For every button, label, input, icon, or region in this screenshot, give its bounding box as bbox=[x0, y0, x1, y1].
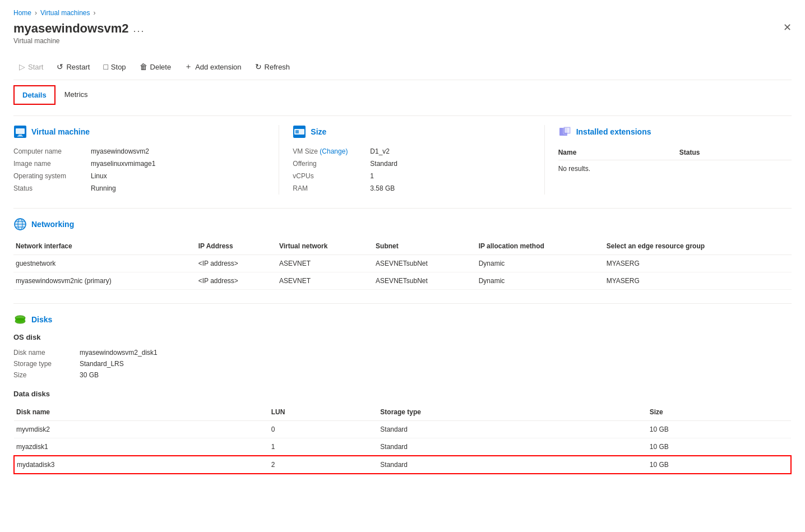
top-sections: Virtual machine Computer name myasewindo… bbox=[13, 125, 792, 195]
vm-section-title: Virtual machine bbox=[31, 127, 90, 136]
net-col-vnet: Virtual network bbox=[277, 238, 373, 255]
disk-storage-row: Storage type Standard_LRS bbox=[13, 358, 792, 369]
ext-section-icon bbox=[558, 125, 572, 138]
toolbar: ▷ Start ↺ Restart □ Stop 🗑 Delete ＋ Add … bbox=[13, 54, 792, 80]
net-col-allocation: IP allocation method bbox=[476, 238, 604, 255]
svg-rect-9 bbox=[565, 128, 570, 133]
size-section-icon bbox=[293, 125, 306, 138]
vm-section-icon bbox=[13, 125, 27, 138]
info-row-computer-name: Computer name myasewindowsvm2 bbox=[13, 145, 261, 158]
vm-title: myasewindowsvm2 bbox=[13, 21, 128, 36]
info-row-vcpus: vCPUs 1 bbox=[293, 170, 526, 182]
add-extension-button[interactable]: ＋ Add extension bbox=[179, 58, 247, 75]
data-col-name: Disk name bbox=[14, 404, 269, 421]
delete-icon: 🗑 bbox=[140, 62, 147, 71]
os-disk-header: OS disk bbox=[13, 333, 792, 341]
disk-name-row: Disk name myasewindowsvm2_disk1 bbox=[13, 347, 792, 358]
data-col-storage: Storage type bbox=[378, 404, 647, 421]
size-section: Size VM Size (Change) D1_v2 Offering Sta… bbox=[279, 125, 526, 195]
tab-details[interactable]: Details bbox=[13, 85, 55, 105]
net-row-2: myasewindowsvm2nic (primary) <IP address… bbox=[13, 272, 792, 290]
vm-info-table: Computer name myasewindowsvm2 Image name… bbox=[13, 145, 261, 195]
breadcrumb: Home › Virtual machines › bbox=[13, 9, 792, 17]
extensions-section: Installed extensions Name Status No resu… bbox=[544, 125, 792, 195]
ext-table: Name Status No results. bbox=[558, 145, 792, 177]
breadcrumb-vms[interactable]: Virtual machines bbox=[40, 9, 90, 17]
svg-rect-3 bbox=[17, 136, 23, 137]
tabs: Details Metrics bbox=[13, 85, 792, 104]
start-icon: ▷ bbox=[19, 62, 25, 71]
net-section-title: Networking bbox=[31, 220, 74, 229]
networking-section: Networking Network interface IP Address … bbox=[13, 218, 792, 290]
svg-rect-1 bbox=[16, 128, 25, 134]
refresh-button[interactable]: ↻ Refresh bbox=[249, 59, 296, 75]
close-button[interactable]: ✕ bbox=[783, 21, 792, 34]
breadcrumb-home[interactable]: Home bbox=[13, 9, 31, 17]
refresh-icon: ↻ bbox=[255, 62, 262, 71]
net-col-interface: Network interface bbox=[13, 238, 196, 255]
disk-section-title: Disks bbox=[31, 315, 52, 324]
vm-section: Virtual machine Computer name myasewindo… bbox=[13, 125, 261, 195]
networking-table: Network interface IP Address Virtual net… bbox=[13, 238, 792, 290]
stop-button[interactable]: □ Stop bbox=[98, 59, 131, 75]
size-info-table: VM Size (Change) D1_v2 Offering Standard… bbox=[293, 145, 526, 195]
info-row-offering: Offering Standard bbox=[293, 158, 526, 170]
tab-metrics[interactable]: Metrics bbox=[55, 85, 97, 104]
data-disk-row-2: myazdisk1 1 Standard 10 GB bbox=[14, 438, 791, 456]
info-row-image-name: Image name myaselinuxvmimage1 bbox=[13, 158, 261, 170]
info-row-vmsize: VM Size (Change) D1_v2 bbox=[293, 145, 526, 158]
ext-header: Name Status bbox=[558, 145, 792, 160]
disk-size-row: Size 30 GB bbox=[13, 369, 792, 381]
net-col-ip: IP Address bbox=[196, 238, 277, 255]
net-section-icon bbox=[13, 218, 27, 231]
data-disk-row-1: myvmdisk2 0 Standard 10 GB bbox=[14, 421, 791, 438]
data-col-lun: LUN bbox=[269, 404, 378, 421]
net-col-subnet: Subnet bbox=[373, 238, 476, 255]
delete-button[interactable]: 🗑 Delete bbox=[134, 59, 177, 75]
change-size-link[interactable]: (Change) bbox=[320, 147, 348, 155]
data-disks-table: Disk name LUN Storage type Size myvmdisk… bbox=[13, 404, 792, 474]
stop-icon: □ bbox=[103, 62, 108, 71]
disk-section-icon bbox=[13, 313, 27, 326]
data-col-size: Size bbox=[647, 404, 791, 421]
restart-button[interactable]: ↺ Restart bbox=[51, 59, 95, 75]
vm-header: myasewindowsvm2 ... Virtual machine ✕ bbox=[13, 21, 792, 45]
disks-section: Disks OS disk Disk name myasewindowsvm2_… bbox=[13, 313, 792, 474]
info-row-os: Operating system Linux bbox=[13, 170, 261, 182]
svg-point-18 bbox=[15, 319, 25, 323]
ext-section-title: Installed extensions bbox=[576, 127, 651, 136]
start-button[interactable]: ▷ Start bbox=[13, 59, 49, 75]
size-section-title: Size bbox=[311, 127, 326, 136]
restart-icon: ↺ bbox=[57, 62, 63, 71]
ext-no-results: No results. bbox=[558, 160, 792, 177]
info-row-status: Status Running bbox=[13, 182, 261, 195]
info-row-ram: RAM 3.58 GB bbox=[293, 182, 526, 195]
vm-subtitle: Virtual machine bbox=[13, 37, 145, 45]
net-col-rg: Select an edge resource group bbox=[604, 238, 792, 255]
net-row-1: guestnetwork <IP address> ASEVNET ASEVNE… bbox=[13, 255, 792, 272]
add-extension-icon: ＋ bbox=[184, 62, 192, 72]
svg-rect-6 bbox=[295, 130, 299, 133]
svg-rect-2 bbox=[18, 135, 22, 136]
data-disks-header: Data disks bbox=[13, 390, 792, 398]
vm-more-button[interactable]: ... bbox=[133, 23, 145, 35]
data-disk-row-3: mydatadisk3 2 Standard 10 GB bbox=[14, 456, 791, 474]
